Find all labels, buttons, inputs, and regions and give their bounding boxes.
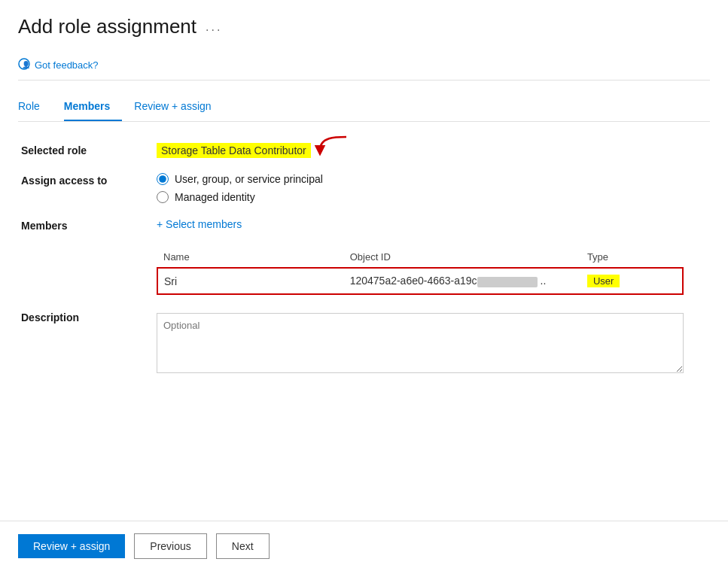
review-assign-button[interactable]: Review + assign: [18, 534, 125, 558]
footer-bar: Review + assign Previous Next: [0, 521, 728, 571]
assign-access-options: User, group, or service principal Manage…: [157, 173, 710, 203]
description-row: Description: [21, 310, 710, 375]
assign-access-row: Assign access to User, group, or service…: [21, 173, 710, 203]
next-button[interactable]: Next: [216, 533, 270, 559]
feedback-bar: 👤 Got feedback?: [18, 50, 710, 80]
previous-button[interactable]: Previous: [134, 533, 206, 559]
feedback-text[interactable]: Got feedback?: [35, 59, 99, 71]
members-table-container: Name Object ID Type Sri 120475a2-a6e0-46…: [21, 247, 684, 295]
selected-role-label: Selected role: [21, 143, 157, 156]
blurred-object-id: [477, 277, 538, 287]
col-object-id: Object ID: [344, 247, 581, 268]
tab-review-assign[interactable]: Review + assign: [134, 93, 223, 121]
members-controls: + Select members: [157, 218, 242, 230]
assign-access-label: Assign access to: [21, 173, 157, 187]
form-section: Selected role Storage Table Data Contrib…: [18, 143, 710, 375]
red-arrow-icon: [312, 134, 350, 163]
page-title-bar: Add role assignment ...: [18, 15, 710, 38]
members-table: Name Object ID Type Sri 120475a2-a6e0-46…: [157, 247, 684, 295]
selected-role-value: Storage Table Data Contributor: [157, 143, 710, 158]
col-type: Type: [581, 247, 683, 268]
table-row: Sri 120475a2-a6e0-4663-a19c .. User: [157, 268, 683, 294]
svg-text:👤: 👤: [22, 60, 30, 69]
member-name: Sri: [157, 268, 344, 294]
role-highlight: Storage Table Data Contributor: [157, 143, 311, 158]
tab-members[interactable]: Members: [64, 93, 122, 121]
member-type: User: [581, 268, 683, 294]
feedback-icon: 👤: [18, 58, 30, 72]
user-type-badge: User: [587, 275, 620, 287]
select-members-link[interactable]: + Select members: [157, 218, 242, 230]
description-section: [157, 313, 710, 375]
tabs-bar: Role Members Review + assign: [18, 93, 710, 122]
members-label: Members: [21, 218, 157, 232]
page-title: Add role assignment: [18, 15, 196, 38]
radio-managed-identity-input[interactable]: [157, 191, 169, 203]
tab-role[interactable]: Role: [18, 93, 52, 121]
radio-user-group[interactable]: User, group, or service principal: [157, 173, 710, 185]
members-row: Members + Select members Name Object ID …: [21, 218, 710, 295]
radio-managed-identity[interactable]: Managed identity: [157, 191, 710, 203]
title-dots: ...: [206, 20, 222, 34]
member-object-id: 120475a2-a6e0-4663-a19c ..: [344, 268, 581, 294]
col-name: Name: [157, 247, 344, 268]
description-textarea[interactable]: [157, 313, 684, 373]
description-label: Description: [21, 310, 157, 323]
radio-user-group-label: User, group, or service principal: [175, 173, 323, 185]
selected-role-row: Selected role Storage Table Data Contrib…: [21, 143, 710, 158]
radio-managed-identity-label: Managed identity: [175, 191, 255, 203]
radio-user-group-input[interactable]: [157, 173, 169, 185]
